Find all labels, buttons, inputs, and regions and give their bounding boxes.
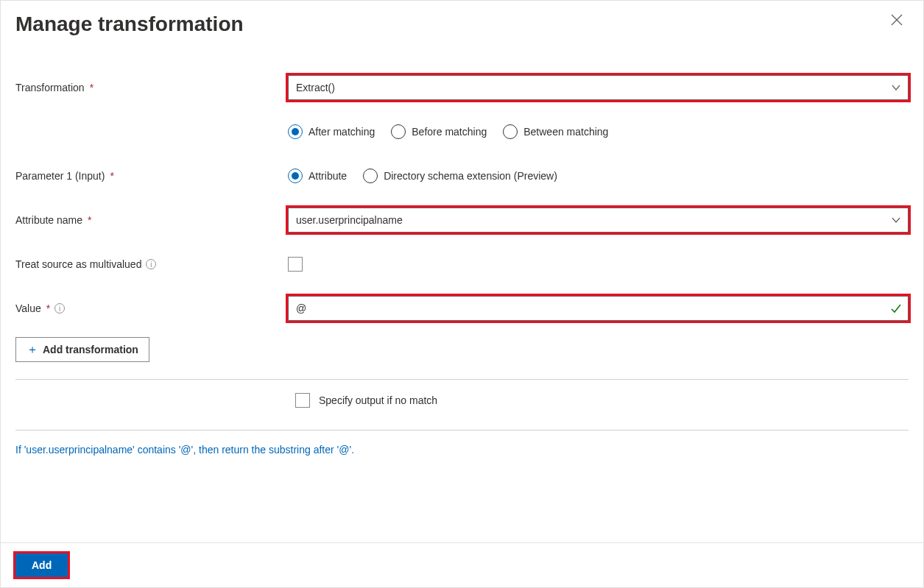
- chevron-down-icon: [890, 82, 902, 93]
- add-transformation-label: Add transformation: [43, 344, 138, 355]
- radio-directory-schema-extension[interactable]: Directory schema extension (Preview): [363, 169, 557, 183]
- close-button[interactable]: [885, 8, 909, 32]
- treat-multivalued-checkbox[interactable]: [288, 257, 303, 272]
- plus-icon: ＋: [27, 342, 38, 358]
- info-icon: i: [146, 259, 156, 269]
- transformation-dropdown[interactable]: Extract(): [288, 75, 909, 100]
- radio-attribute[interactable]: Attribute: [288, 169, 347, 183]
- radio-circle-icon: [288, 124, 303, 139]
- radio-label: Before matching: [412, 126, 487, 138]
- chevron-down-icon: [890, 214, 902, 226]
- radio-circle-icon: [503, 124, 518, 139]
- parameter1-label: Parameter 1 (Input)*: [15, 170, 288, 182]
- close-icon: [891, 14, 903, 26]
- transformation-label: Transformation*: [15, 82, 288, 93]
- value-label: Value* i: [15, 302, 288, 314]
- attribute-name-dropdown-value: user.userprincipalname: [296, 214, 403, 226]
- treat-multivalued-label: Treat source as multivalued i: [15, 258, 288, 270]
- separator: [15, 430, 909, 431]
- radio-circle-icon: [363, 169, 378, 183]
- page-title: Manage transformation: [15, 8, 244, 36]
- add-button[interactable]: Add: [15, 553, 68, 577]
- attribute-name-label: Attribute name*: [15, 214, 288, 226]
- specify-output-label: Specify output if no match: [319, 394, 437, 406]
- radio-label: Directory schema extension (Preview): [384, 170, 557, 182]
- info-icon: i: [54, 303, 65, 314]
- specify-output-checkbox[interactable]: [295, 393, 310, 408]
- transformation-preview-text: If 'user.userprincipalname' contains '@'…: [15, 444, 909, 456]
- separator: [15, 379, 909, 380]
- radio-label: Between matching: [523, 126, 608, 138]
- radio-circle-icon: [391, 124, 406, 139]
- radio-between-matching[interactable]: Between matching: [503, 124, 608, 139]
- radio-label: Attribute: [308, 170, 347, 182]
- value-input[interactable]: @: [288, 296, 909, 321]
- value-input-text: @: [296, 302, 306, 314]
- add-transformation-button[interactable]: ＋ Add transformation: [15, 337, 149, 362]
- checkmark-icon: [890, 302, 902, 314]
- radio-after-matching[interactable]: After matching: [288, 124, 375, 139]
- radio-label: After matching: [308, 126, 375, 138]
- radio-circle-icon: [288, 169, 303, 183]
- attribute-name-dropdown[interactable]: user.userprincipalname: [288, 208, 909, 233]
- radio-before-matching[interactable]: Before matching: [391, 124, 487, 139]
- transformation-dropdown-value: Extract(): [296, 82, 335, 93]
